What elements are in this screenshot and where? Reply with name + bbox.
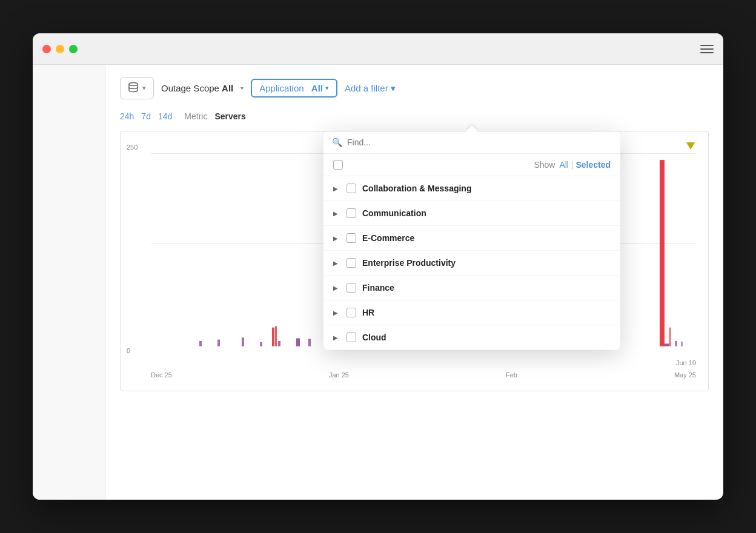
content-area: ▾ Outage Scope All ▾ Application All ▾ A… <box>105 65 723 500</box>
x-label-feb: Feb <box>506 371 517 379</box>
application-filter-button[interactable]: Application All ▾ <box>251 79 337 98</box>
item-checkbox[interactable] <box>346 208 356 218</box>
time-14d-button[interactable]: 14d <box>158 111 172 121</box>
database-button[interactable]: ▾ <box>120 77 154 99</box>
item-label: Collaboration & Messaging <box>362 184 471 193</box>
svg-rect-4 <box>260 342 262 346</box>
item-label: Finance <box>362 283 394 293</box>
chart-marker <box>686 142 695 150</box>
expand-arrow: ▶ <box>333 185 340 192</box>
minimize-button[interactable] <box>56 45 64 53</box>
list-item[interactable]: ▶ Enterprise Productivity <box>323 251 620 276</box>
dropdown-caret <box>466 125 478 131</box>
svg-rect-2 <box>217 340 220 346</box>
jun10-label: Jun 10 <box>676 359 696 366</box>
list-item[interactable]: ▶ Communication <box>323 201 620 226</box>
x-label-may25: May 25 <box>674 371 696 379</box>
expand-arrow: ▶ <box>333 310 340 316</box>
search-input[interactable] <box>347 137 612 147</box>
sidebar <box>33 65 105 500</box>
y-axis-0: 0 <box>127 347 130 354</box>
item-checkbox[interactable] <box>346 233 356 243</box>
main-content: ▾ Outage Scope All ▾ Application All ▾ A… <box>33 65 723 500</box>
svg-rect-19 <box>275 326 277 346</box>
item-label: Enterprise Productivity <box>362 258 456 268</box>
main-window: ▾ Outage Scope All ▾ Application All ▾ A… <box>33 33 723 500</box>
chart-controls: 24h 7d 14d Metric Servers <box>120 111 709 121</box>
item-checkbox[interactable] <box>346 333 356 342</box>
x-label-jan25: Jan 25 <box>329 371 349 379</box>
x-label-dec25: Dec 25 <box>151 371 172 379</box>
outage-scope-dropdown[interactable]: ▾ <box>240 85 244 91</box>
svg-rect-36 <box>675 341 677 346</box>
show-header: Show All | Selected <box>323 154 620 176</box>
show-all-button[interactable]: All <box>559 160 569 170</box>
svg-rect-1 <box>199 341 202 346</box>
list-item[interactable]: ▶ Collaboration & Messaging <box>323 176 620 201</box>
show-text: Show All | Selected <box>534 160 611 170</box>
expand-arrow: ▶ <box>333 260 340 266</box>
master-checkbox[interactable] <box>333 160 343 170</box>
svg-rect-7 <box>308 339 311 346</box>
item-checkbox[interactable] <box>346 283 356 293</box>
svg-rect-3 <box>242 337 244 346</box>
items-list: ▶ Collaboration & Messaging ▶ Communicat… <box>323 176 620 350</box>
item-checkbox[interactable] <box>346 308 356 317</box>
list-item[interactable]: ▶ Finance <box>323 276 620 300</box>
toolbar: ▾ Outage Scope All ▾ Application All ▾ A… <box>120 77 709 99</box>
outage-scope-arrow: ▾ <box>240 85 244 91</box>
traffic-lights <box>42 45 78 53</box>
list-item[interactable]: ▶ Cloud <box>323 325 620 350</box>
y-axis-250: 250 <box>127 144 138 151</box>
application-dropdown: 🔍 Show All | Selected ▶ <box>323 131 620 350</box>
list-item[interactable]: ▶ E-Commerce <box>323 226 620 251</box>
titlebar <box>33 33 723 65</box>
expand-arrow: ▶ <box>333 235 340 242</box>
show-selected-button[interactable]: Selected <box>575 160 611 170</box>
svg-rect-35 <box>665 343 669 346</box>
add-filter-arrow: ▾ <box>391 83 396 94</box>
item-label: Communication <box>362 208 426 218</box>
menu-button[interactable] <box>700 45 714 53</box>
add-filter-button[interactable]: Add a filter ▾ <box>345 83 396 94</box>
item-label: Cloud <box>362 333 386 342</box>
chevron-down-icon: ▾ <box>142 84 146 92</box>
x-axis: Dec 25 Jan 25 Feb May 25 <box>151 371 696 379</box>
svg-point-0 <box>129 83 138 86</box>
outage-scope-filter: Outage Scope All <box>161 83 233 93</box>
svg-rect-6 <box>296 338 300 346</box>
item-checkbox[interactable] <box>346 258 356 268</box>
svg-rect-18 <box>272 328 274 346</box>
item-label: E-Commerce <box>362 233 414 243</box>
servers-button[interactable]: Servers <box>214 111 245 121</box>
database-icon <box>128 82 139 94</box>
time-24h-button[interactable]: 24h <box>120 111 134 121</box>
expand-arrow: ▶ <box>333 285 340 291</box>
search-icon: 🔍 <box>332 137 342 147</box>
time-7d-button[interactable]: 7d <box>141 111 151 121</box>
svg-rect-37 <box>681 342 683 346</box>
svg-rect-33 <box>660 160 665 346</box>
svg-rect-5 <box>278 341 280 346</box>
close-button[interactable] <box>42 45 51 53</box>
hamburger-line-3 <box>700 52 714 53</box>
maximize-button[interactable] <box>69 45 78 53</box>
show-pipe: | <box>571 160 574 170</box>
expand-arrow: ▶ <box>333 334 340 341</box>
item-label: HR <box>362 308 374 317</box>
search-box: 🔍 <box>323 131 620 154</box>
expand-arrow: ▶ <box>333 210 340 217</box>
metric-label: Metric <box>184 111 207 121</box>
list-item[interactable]: ▶ HR <box>323 300 620 325</box>
hamburger-line-2 <box>700 48 714 50</box>
item-checkbox[interactable] <box>346 184 356 193</box>
hamburger-line-1 <box>700 45 714 46</box>
svg-rect-34 <box>669 328 671 346</box>
app-filter-arrow: ▾ <box>325 84 329 92</box>
